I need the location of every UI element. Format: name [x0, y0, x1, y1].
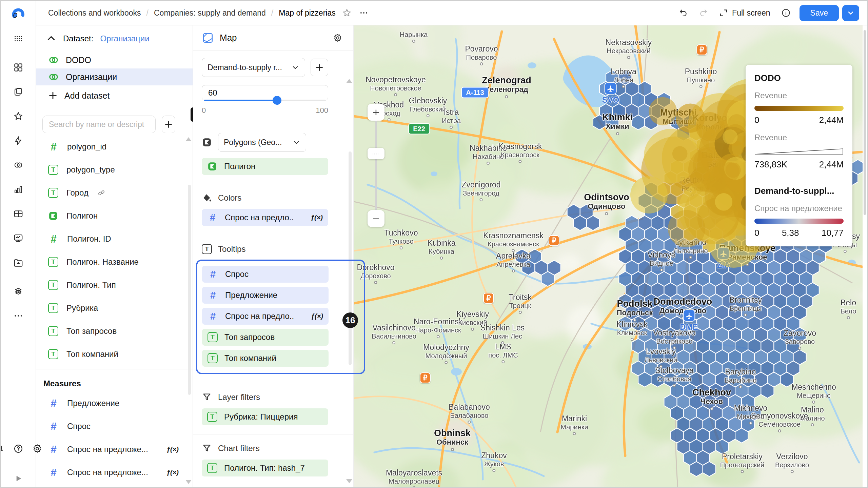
- zoom-track[interactable]: [375, 121, 377, 210]
- add-layer-button[interactable]: [311, 59, 328, 76]
- breadcrumb-item[interactable]: Companies: supply and demand: [154, 8, 266, 18]
- tooltip-field-pill[interactable]: #Спрос на предло...ƒ(×): [202, 308, 329, 325]
- sidebar-item-workbooks-copy[interactable]: [9, 82, 28, 101]
- slider-knob[interactable]: [273, 96, 281, 105]
- dataset-field-row[interactable]: TРубрика: [36, 297, 193, 320]
- revenue-bubble[interactable]: [723, 129, 737, 144]
- tooltip-field-pill[interactable]: #Предложение: [202, 287, 329, 304]
- left-rail: [1, 1, 36, 487]
- sidebar-item-datasets-circles[interactable]: [9, 156, 28, 175]
- sidebar-item-collections-grid[interactable]: [9, 58, 28, 77]
- revenue-bubble[interactable]: [696, 112, 725, 141]
- sidebar-item-dashboards-monitor[interactable]: [9, 229, 28, 248]
- save-button[interactable]: Save: [800, 5, 839, 21]
- dataset-measure-row[interactable]: #Спрос на предложе...ƒ(×): [36, 438, 193, 461]
- layer-filter-pill[interactable]: T Рубрика: Пиццерия: [202, 408, 328, 425]
- breadcrumb: Collections and workbooks/Companies: sup…: [48, 7, 370, 19]
- text-field-icon: T: [207, 463, 217, 473]
- scroll-up-icon[interactable]: [346, 79, 352, 83]
- add-field-button[interactable]: [162, 116, 175, 133]
- more-options-icon[interactable]: [358, 7, 370, 19]
- geotype-select[interactable]: Polygons (Geo...: [218, 133, 306, 152]
- scroll-down-icon[interactable]: [185, 480, 192, 484]
- add-dataset-label: Add dataset: [64, 91, 110, 101]
- dataset-field-row[interactable]: Полигон: [36, 204, 193, 227]
- dataset-field-row[interactable]: TГород: [36, 181, 193, 204]
- breadcrumb-item[interactable]: Map of pizzerias: [279, 8, 335, 18]
- legend-scale-max: 10,77: [822, 228, 844, 238]
- undo-icon[interactable]: [676, 6, 690, 20]
- revenue-bubble[interactable]: [726, 162, 741, 178]
- dataset-field-row[interactable]: #polygon_id: [36, 135, 193, 158]
- dataset-item[interactable]: DODO: [36, 52, 193, 68]
- scroll-up-icon[interactable]: [185, 137, 192, 141]
- breadcrumb-item[interactable]: Collections and workbooks: [48, 8, 141, 18]
- sidebar-item-more-ellipsis[interactable]: [9, 306, 28, 325]
- revenue-bubble[interactable]: [715, 193, 733, 211]
- scroll-down-icon[interactable]: [346, 479, 352, 483]
- zoom-in-button[interactable]: +: [368, 104, 384, 121]
- dataset-measure-row[interactable]: #Спрос: [36, 415, 193, 438]
- legend-scale-mid: 5,38: [782, 228, 799, 238]
- map-icon: [202, 32, 214, 44]
- dataset-item[interactable]: Организации: [36, 68, 193, 85]
- sidebar-item-tables-grid[interactable]: [9, 204, 28, 223]
- colors-field-pill[interactable]: # Спрос на предло... ƒ(×): [202, 209, 328, 226]
- save-options-button[interactable]: [842, 5, 859, 21]
- info-icon[interactable]: [779, 6, 793, 20]
- map-canvas[interactable]: НарынкаPovarovoПоваровоZelenogradЗеленог…: [354, 25, 863, 487]
- paint-icon: [202, 193, 212, 203]
- collapse-rail-icon[interactable]: [13, 473, 24, 484]
- dataset-field-row[interactable]: TТоп запросов: [36, 320, 193, 343]
- sidebar-item-stack-3d[interactable]: [9, 282, 28, 301]
- search-input[interactable]: [42, 116, 156, 133]
- sidebar-item-gallery-folder[interactable]: [9, 253, 28, 272]
- layer-opacity-control[interactable]: 60: [202, 85, 328, 101]
- dataset-field-row[interactable]: TПолигон. Тип: [36, 273, 193, 297]
- dataset-field-row[interactable]: TПолигон. Название: [36, 250, 193, 273]
- dataset-scrollbar[interactable]: [188, 185, 191, 395]
- redo-icon[interactable]: [697, 6, 710, 20]
- dataset-field-row[interactable]: TТоп компаний: [36, 343, 193, 366]
- revenue-bubble[interactable]: [697, 152, 712, 167]
- text-field-icon: T: [208, 332, 218, 342]
- chart-filter-pill[interactable]: T Полигон. Тип: hash_7: [202, 460, 328, 476]
- tooltip-field-pill[interactable]: #Спрос: [202, 266, 329, 283]
- field-name: Спрос на предло...: [225, 311, 294, 321]
- sidebar-item-charts-bars[interactable]: [9, 180, 28, 199]
- sidebar-item-help-question[interactable]: [9, 439, 28, 458]
- sidebar-item-notifications-bell[interactable]: [0, 439, 9, 458]
- formula-icon: ƒ(×): [166, 469, 179, 476]
- fullscreen-button[interactable]: Full screen: [719, 8, 770, 18]
- dataset-field-row[interactable]: Tpolygon_type: [36, 158, 193, 181]
- sidebar-item-all-services[interactable]: [9, 29, 28, 48]
- opacity-slider[interactable]: [204, 99, 326, 101]
- datalens-logo[interactable]: [9, 5, 28, 24]
- revenue-bubble[interactable]: [672, 146, 688, 161]
- zoom-handle[interactable]: ::::: [368, 148, 384, 159]
- dataset-measure-row[interactable]: #Спрос на предложе...ƒ(×): [36, 461, 193, 484]
- legend-layer1-title: DODO: [754, 73, 844, 83]
- gear-icon[interactable]: [331, 31, 344, 45]
- revenue-bubble[interactable]: [630, 176, 668, 214]
- divider: [746, 178, 852, 178]
- revenue-bubble[interactable]: [706, 176, 721, 191]
- collapse-dataset-icon[interactable]: [46, 34, 56, 44]
- revenue-bubble[interactable]: [668, 210, 705, 247]
- zoom-out-button[interactable]: −: [368, 210, 384, 227]
- dataset-field-row[interactable]: #Полигон. ID: [36, 227, 193, 250]
- revenue-bubble[interactable]: [649, 97, 677, 125]
- sidebar-item-favorites-star[interactable]: [9, 107, 28, 126]
- page-scrollbar[interactable]: [863, 25, 867, 487]
- chart-filters-label: Chart filters: [218, 444, 260, 453]
- tooltip-field-pill[interactable]: TТоп запросов: [202, 329, 329, 346]
- add-dataset-button[interactable]: Add dataset: [36, 87, 193, 104]
- favorite-star-icon[interactable]: [341, 7, 353, 19]
- layer-select[interactable]: Demand-to-supply r...: [202, 58, 305, 77]
- dataset-link[interactable]: Организации: [100, 34, 149, 43]
- geopolygon-field-pill[interactable]: Полигон: [202, 158, 328, 175]
- tooltip-field-pill[interactable]: TТоп компаний: [202, 350, 329, 367]
- sidebar-item-settings-gear[interactable]: [28, 439, 47, 458]
- dataset-measure-row[interactable]: #Предложение: [36, 392, 193, 415]
- sidebar-item-quick-lightning[interactable]: [9, 131, 28, 150]
